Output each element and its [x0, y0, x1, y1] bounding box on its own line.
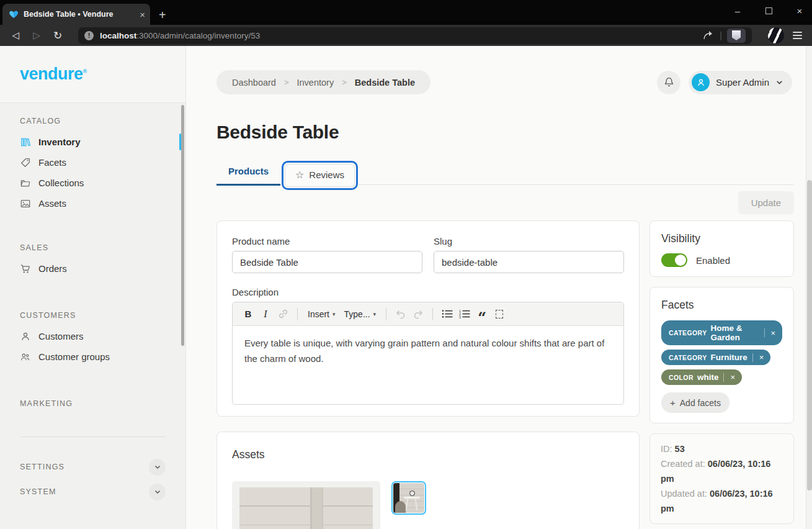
sidebar-item-assets[interactable]: Assets: [0, 193, 185, 214]
breadcrumb-inventory[interactable]: Inventory: [297, 78, 334, 88]
url-text: localhost:3000/admin/catalog/inventory/5…: [100, 31, 260, 40]
undo-icon[interactable]: [393, 305, 409, 323]
sidebar-item-inventory[interactable]: Inventory: [0, 132, 185, 152]
breadcrumb-dashboard[interactable]: Dashboard: [232, 78, 276, 88]
rte-toolbar: B I Insert▾ Type...▾: [233, 302, 623, 326]
window-controls: – ×: [731, 0, 806, 21]
sidebar-divider: [20, 436, 165, 437]
browser-tab-bar: Bedside Table • Vendure × + – ×: [0, 0, 812, 25]
sidebar-item-system[interactable]: SYSTEM: [0, 479, 185, 504]
url-divider: |: [720, 30, 722, 40]
bold-button[interactable]: B: [240, 305, 256, 323]
browser-profile-avatar[interactable]: [768, 27, 784, 43]
redo-icon[interactable]: [410, 305, 426, 323]
blockquote-icon[interactable]: “: [474, 305, 490, 323]
sidebar-item-collections[interactable]: Collections: [0, 173, 185, 193]
bell-icon: [663, 76, 675, 88]
product-name-input[interactable]: [232, 251, 422, 273]
url-host: localhost: [100, 31, 136, 40]
tab-close-icon[interactable]: ×: [140, 9, 145, 20]
sidebar-item-customers[interactable]: Customers: [0, 326, 185, 346]
type-dropdown[interactable]: Type...▾: [341, 305, 380, 323]
chevron-down-icon: [775, 78, 783, 86]
brave-shield-icon[interactable]: [727, 29, 746, 43]
description-editor[interactable]: Every table is unique, with varying grai…: [233, 326, 623, 404]
tab-products[interactable]: Products: [216, 159, 280, 186]
image-icon: [20, 198, 31, 209]
insert-dropdown[interactable]: Insert▾: [304, 305, 339, 323]
tab-title: Bedside Table • Vendure: [24, 10, 135, 19]
plus-icon: +: [670, 397, 676, 408]
remove-facet-icon[interactable]: ×: [758, 353, 765, 361]
sidebar-item-customer-groups[interactable]: Customer groups: [0, 346, 185, 367]
browser-toolbar: ◁ ▷ ↻ ! localhost:3000/admin/catalog/inv…: [0, 25, 812, 46]
italic-button[interactable]: I: [257, 305, 274, 323]
main-scrollbar[interactable]: [806, 46, 812, 529]
sidebar-item-settings[interactable]: SETTINGS: [0, 454, 185, 479]
share-icon[interactable]: [702, 30, 715, 41]
raw-html-icon[interactable]: [491, 305, 507, 323]
assets-card: Assets: [216, 432, 640, 529]
facet-value: Furniture: [711, 353, 747, 362]
description-label: Description: [232, 287, 624, 297]
entity-meta-card: ID: 53 Created at: 06/06/23, 10:16 pm Up…: [649, 433, 794, 524]
visibility-heading: Visibility: [661, 232, 782, 245]
section-label-marketing: MARKETING: [0, 399, 185, 414]
library-icon: [20, 137, 31, 148]
folder-icon: [20, 178, 31, 189]
browser-menu-icon[interactable]: [789, 28, 806, 43]
product-name-label: Product name: [232, 236, 422, 246]
facet-type: CATEGORY: [669, 329, 707, 337]
facet-type: CATEGORY: [669, 354, 707, 361]
site-info-icon[interactable]: !: [84, 31, 94, 40]
facets-card: Facets CATEGORY Home & Garden × CATEGORY…: [649, 287, 794, 423]
chevron-down-icon[interactable]: [149, 459, 166, 476]
sidebar-item-orders[interactable]: Orders: [0, 258, 185, 279]
update-button[interactable]: Update: [738, 191, 794, 214]
remove-facet-icon[interactable]: ×: [769, 329, 777, 337]
back-icon[interactable]: ◁: [6, 27, 25, 44]
minimize-icon[interactable]: –: [731, 6, 744, 16]
tag-icon: [20, 157, 31, 168]
facets-heading: Facets: [661, 299, 782, 312]
reload-icon[interactable]: ↻: [48, 27, 67, 44]
maximize-icon[interactable]: [762, 6, 775, 16]
visibility-toggle[interactable]: [661, 253, 687, 267]
add-facets-button[interactable]: + Add facets: [661, 392, 729, 413]
tab-reviews[interactable]: ☆ Reviews: [285, 164, 355, 187]
visibility-card: Visibility Enabled: [649, 220, 794, 277]
user-name: Super Admin: [716, 77, 769, 88]
url-bar[interactable]: ! localhost:3000/admin/catalog/inventory…: [78, 27, 752, 44]
asset-thumbnail[interactable]: [391, 481, 426, 515]
sidebar-item-facets[interactable]: Facets: [0, 152, 185, 173]
tab-bar: Products ☆ Reviews: [216, 159, 794, 185]
facet-chip: CATEGORY Furniture ×: [661, 350, 770, 365]
browser-tab[interactable]: Bedside Table • Vendure ×: [2, 4, 150, 25]
main-content: Dashboard > Inventory > Bedside Table: [186, 46, 812, 529]
svg-text:3: 3: [459, 315, 461, 319]
breadcrumb: Dashboard > Inventory > Bedside Table: [216, 70, 431, 94]
facet-value: white: [697, 373, 719, 382]
facet-chip: COLOR white ×: [661, 369, 742, 385]
ordered-list-icon[interactable]: 123: [457, 305, 473, 323]
new-tab-button[interactable]: +: [159, 8, 166, 22]
notifications-button[interactable]: [657, 71, 680, 94]
remove-facet-icon[interactable]: ×: [729, 373, 736, 381]
bullet-list-icon[interactable]: [439, 305, 455, 323]
tab-reviews-focus-ring: ☆ Reviews: [282, 161, 358, 190]
asset-preview[interactable]: [232, 481, 380, 529]
user-menu-button[interactable]: Super Admin: [689, 71, 792, 94]
caret-down-icon: ▾: [332, 311, 336, 317]
vendure-logo[interactable]: vendure®: [20, 65, 87, 84]
collapse-label: SYSTEM: [20, 487, 56, 496]
toolbar-divider: [297, 308, 298, 320]
slug-input[interactable]: [434, 251, 624, 273]
toolbar-divider: [386, 308, 386, 320]
updated-label: Updated at:: [661, 489, 707, 499]
forward-icon[interactable]: ▷: [27, 27, 46, 44]
close-window-icon[interactable]: ×: [793, 6, 806, 16]
chevron-down-icon[interactable]: [149, 484, 166, 500]
tab-reviews-label: Reviews: [309, 170, 344, 180]
vendure-favicon-icon: [9, 9, 19, 19]
link-icon[interactable]: [275, 305, 291, 323]
